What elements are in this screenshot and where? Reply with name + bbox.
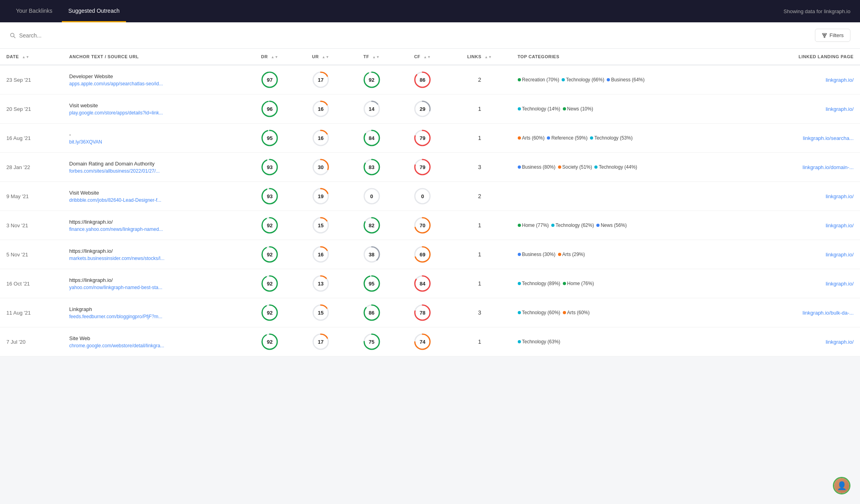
category-tag: Arts (29%)	[558, 252, 585, 257]
tab-suggested-outreach[interactable]: Suggested Outreach	[62, 0, 126, 22]
source-url-link[interactable]: forbes.com/sites/allbusiness/2022/01/27/…	[69, 168, 160, 174]
source-url-link[interactable]: markets.businessinsider.com/news/stocks/…	[69, 256, 165, 261]
cell-categories: Home (77%) Technology (62%) News (56%)	[511, 211, 746, 240]
tab-your-backlinks[interactable]: Your Backlinks	[10, 0, 59, 22]
landing-page-link[interactable]: linkgraph.io/domain-...	[803, 164, 854, 170]
cell-landing: linkgraph.io/	[746, 94, 860, 124]
category-label: Technology (63%)	[522, 339, 560, 345]
filters-button[interactable]: Filters	[815, 29, 850, 42]
anchor-text: Linkgraph	[69, 306, 238, 312]
sort-arrows-tf[interactable]: ▲▼	[372, 55, 380, 59]
category-dot	[563, 282, 566, 285]
col-cf[interactable]: CF ▲▼	[397, 49, 448, 65]
landing-page-link[interactable]: linkgraph.io/searcha...	[803, 135, 854, 141]
landing-page-link[interactable]: linkgraph.io/	[826, 77, 854, 83]
cell-tf: 14	[346, 94, 397, 124]
source-url-link[interactable]: yahoo.com/now/linkgraph-named-best-sta..…	[69, 285, 162, 290]
sort-arrows-date[interactable]: ▲▼	[22, 55, 30, 59]
cell-links: 2	[448, 182, 511, 211]
table-row: 9 May '21 Visit Website dribbble.com/job…	[0, 182, 860, 211]
cell-landing: linkgraph.io/searcha...	[746, 124, 860, 153]
landing-page-link[interactable]: linkgraph.io/	[826, 281, 854, 287]
cell-cf: 70	[397, 211, 448, 240]
cell-tf: 38	[346, 240, 397, 269]
cell-cf: 79	[397, 124, 448, 153]
cell-links: 1	[448, 94, 511, 124]
cell-categories: Technology (63%)	[511, 327, 746, 356]
cell-anchor: Domain Rating and Domain Authority forbe…	[63, 153, 245, 182]
sort-arrows-dr[interactable]: ▲▼	[271, 55, 278, 59]
col-links[interactable]: LINKS ▲▼	[448, 49, 511, 65]
sort-arrows-ur[interactable]: ▲▼	[322, 55, 329, 59]
category-dot	[590, 136, 593, 140]
landing-page-link[interactable]: linkgraph.io/	[826, 252, 854, 258]
category-dot	[518, 282, 521, 285]
source-url-link[interactable]: bit.ly/36XQVAN	[69, 139, 102, 145]
cell-cf: 29	[397, 94, 448, 124]
svg-line-1	[14, 36, 15, 38]
landing-page-link[interactable]: linkgraph.io/	[826, 193, 854, 199]
landing-page-link[interactable]: linkgraph.io/	[826, 106, 854, 112]
sort-arrows-links[interactable]: ▲▼	[485, 55, 492, 59]
category-label: Home (76%)	[567, 281, 594, 286]
cell-anchor: Visit website play.google.com/store/apps…	[63, 94, 245, 124]
category-tag: Arts (60%)	[518, 135, 545, 141]
category-label: Recreation (70%)	[522, 77, 559, 83]
table-row: 16 Oct '21 https://linkgraph.io/ yahoo.c…	[0, 269, 860, 298]
source-url-link[interactable]: apps.apple.com/us/app/searchatlas-seo/id…	[69, 81, 163, 87]
search-icon	[10, 32, 16, 39]
cell-tf: 82	[346, 211, 397, 240]
category-dot	[551, 224, 554, 227]
cell-cf: 86	[397, 65, 448, 94]
filters-label: Filters	[830, 32, 844, 38]
col-dr[interactable]: DR ▲▼	[244, 49, 295, 65]
category-dot	[562, 78, 565, 81]
anchor-text: Developer Website	[69, 73, 238, 79]
cell-dr: 95	[244, 124, 295, 153]
category-dot	[518, 78, 521, 81]
category-label: Home (77%)	[522, 222, 549, 228]
svg-rect-2	[822, 33, 826, 34]
cell-tf: 75	[346, 327, 397, 356]
category-label: Business (30%)	[522, 252, 556, 257]
category-label: Technology (14%)	[522, 106, 560, 112]
search-input[interactable]	[19, 32, 139, 39]
anchor-text: Visit website	[69, 102, 238, 108]
category-label: Technology (89%)	[522, 281, 560, 286]
category-label: Technology (62%)	[556, 222, 594, 228]
category-label: Arts (60%)	[522, 135, 545, 141]
cell-date: 20 Sep '21	[0, 94, 63, 124]
col-date[interactable]: DATE ▲▼	[0, 49, 63, 65]
cell-dr: 97	[244, 65, 295, 94]
source-url-link[interactable]: chrome.google.com/webstore/detail/linkgr…	[69, 343, 164, 348]
cell-date: 7 Jul '20	[0, 327, 63, 356]
top-navigation: Your Backlinks Suggested Outreach Showin…	[0, 0, 860, 22]
cell-landing: linkgraph.io/	[746, 211, 860, 240]
cell-tf: 84	[346, 124, 397, 153]
source-url-link[interactable]: dribbble.com/jobs/82640-Lead-Designer-f.…	[69, 197, 162, 203]
cell-cf: 84	[397, 269, 448, 298]
category-label: Society (51%)	[562, 164, 592, 170]
landing-page-link[interactable]: linkgraph.io/	[826, 222, 854, 228]
cell-ur: 30	[295, 153, 346, 182]
col-ur[interactable]: UR ▲▼	[295, 49, 346, 65]
landing-page-link[interactable]: linkgraph.io/	[826, 339, 854, 345]
cell-categories: Arts (60%) Reference (59%) Technology (5…	[511, 124, 746, 153]
category-dot	[594, 165, 598, 169]
category-label: Business (64%)	[611, 77, 645, 83]
category-label: News (56%)	[601, 222, 627, 228]
category-dot	[518, 224, 521, 227]
col-tf[interactable]: TF ▲▼	[346, 49, 397, 65]
category-dot	[518, 253, 521, 256]
cell-cf: 69	[397, 240, 448, 269]
source-url-link[interactable]: feeds.feedburner.com/bloggingpro/PfjF?m.…	[69, 314, 162, 319]
cell-dr: 92	[244, 269, 295, 298]
sort-arrows-cf[interactable]: ▲▼	[424, 55, 431, 59]
source-url-link[interactable]: play.google.com/store/apps/details?id=li…	[69, 110, 163, 116]
svg-rect-4	[824, 36, 824, 37]
landing-page-link[interactable]: linkgraph.io/bulk-da-...	[803, 310, 854, 316]
source-url-link[interactable]: finance.yahoo.com/news/linkgraph-named..…	[69, 226, 163, 232]
category-dot	[558, 165, 561, 169]
category-tag: Technology (89%)	[518, 281, 560, 286]
category-label: Arts (29%)	[562, 252, 585, 257]
